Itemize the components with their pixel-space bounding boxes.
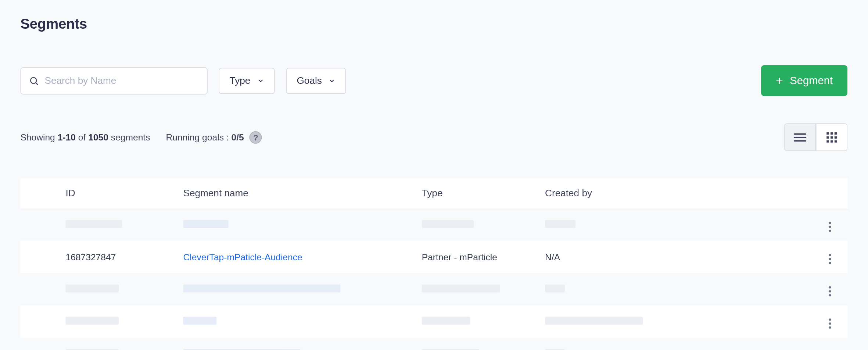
redacted xyxy=(183,317,216,325)
redacted xyxy=(183,349,300,350)
table-header-row: ID Segment name Type Created by xyxy=(20,178,847,209)
svg-rect-8 xyxy=(826,136,829,138)
redacted xyxy=(422,349,480,350)
create-segment-label: Segment xyxy=(790,74,833,87)
cell-createdby: N/A xyxy=(545,241,814,273)
status-row: Showing 1-10 of 1050 segments Running go… xyxy=(20,123,847,151)
col-createdby[interactable]: Created by xyxy=(545,178,814,209)
table-row[interactable]: 1687327847 CleverTap-mPaticle-Audience P… xyxy=(20,241,847,273)
redacted xyxy=(545,317,643,325)
svg-rect-6 xyxy=(831,132,833,134)
segment-link[interactable]: CleverTap-mPaticle-Audience xyxy=(183,252,302,261)
list-icon xyxy=(793,132,807,142)
controls-row: Type Goals + Segment xyxy=(20,65,847,96)
redacted xyxy=(65,284,119,292)
table-row[interactable] xyxy=(20,338,847,350)
row-actions-button[interactable] xyxy=(823,251,837,266)
redacted xyxy=(422,317,470,325)
svg-line-1 xyxy=(36,82,38,85)
cell-name: CleverTap-mPaticle-Audience xyxy=(183,241,422,273)
redacted xyxy=(65,349,119,350)
redacted xyxy=(183,284,340,292)
table-row[interactable] xyxy=(20,306,847,338)
showing-count: Showing 1-10 of 1050 segments xyxy=(20,132,150,142)
redacted xyxy=(545,220,575,228)
redacted xyxy=(183,220,228,228)
search-icon xyxy=(29,75,39,86)
svg-rect-10 xyxy=(835,136,837,138)
col-name[interactable]: Segment name xyxy=(183,178,422,209)
svg-rect-9 xyxy=(831,136,833,138)
list-view-button[interactable] xyxy=(785,124,816,150)
col-type[interactable]: Type xyxy=(422,178,545,209)
row-actions-button[interactable] xyxy=(823,284,837,299)
redacted xyxy=(422,284,500,292)
svg-rect-7 xyxy=(835,132,837,134)
chevron-down-icon xyxy=(257,77,264,84)
svg-rect-11 xyxy=(826,140,829,142)
grid-icon xyxy=(826,132,837,143)
cell-id: 1687327847 xyxy=(20,241,183,273)
redacted xyxy=(65,220,122,228)
help-icon[interactable]: ? xyxy=(250,131,262,143)
segments-table: ID Segment name Type Created by 16873278… xyxy=(20,178,847,350)
grid-view-button[interactable] xyxy=(816,124,847,150)
goals-filter[interactable]: Goals xyxy=(286,68,346,94)
running-goals: Running goals : 0/5 ? xyxy=(166,131,262,143)
chevron-down-icon xyxy=(329,77,335,84)
goals-filter-label: Goals xyxy=(297,75,322,86)
redacted xyxy=(422,220,474,228)
view-toggle xyxy=(784,123,847,151)
redacted xyxy=(545,284,565,292)
page-title: Segments xyxy=(20,16,847,32)
col-id[interactable]: ID xyxy=(20,178,183,209)
row-actions-button[interactable] xyxy=(823,219,837,234)
svg-rect-12 xyxy=(831,140,833,142)
table-row[interactable] xyxy=(20,273,847,306)
type-filter[interactable]: Type xyxy=(219,68,275,94)
svg-rect-5 xyxy=(826,132,829,134)
cell-type: Partner - mParticle xyxy=(422,241,545,273)
row-actions-button[interactable] xyxy=(823,348,837,350)
row-actions-button[interactable] xyxy=(823,316,837,331)
table-row[interactable] xyxy=(20,209,847,241)
plus-icon: + xyxy=(776,74,783,87)
search-input[interactable] xyxy=(45,75,199,86)
svg-rect-13 xyxy=(835,140,837,142)
type-filter-label: Type xyxy=(230,75,251,86)
search-box[interactable] xyxy=(20,67,207,94)
redacted xyxy=(545,349,565,350)
redacted xyxy=(65,317,119,325)
create-segment-button[interactable]: + Segment xyxy=(761,65,847,96)
